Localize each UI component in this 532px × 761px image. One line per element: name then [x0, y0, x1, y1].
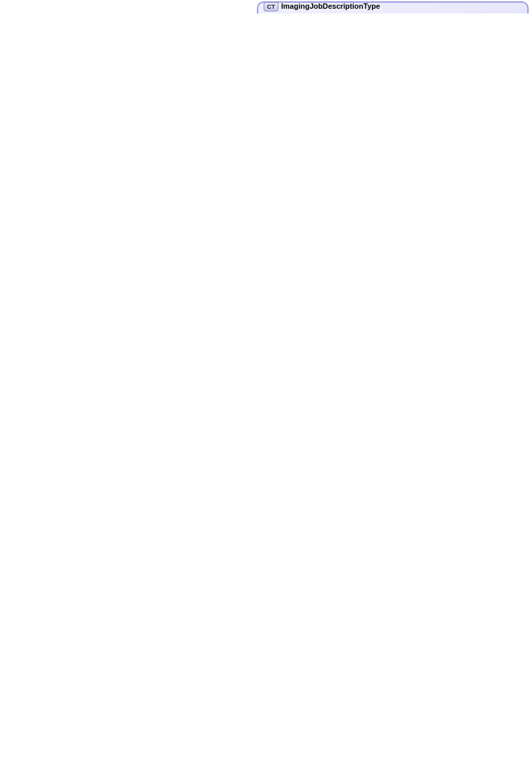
panel-title: ImagingJobDescriptionType — [281, 2, 380, 10]
ct-badge: CT — [264, 2, 278, 11]
base-type-panel: CTImagingJobDescriptionType — [257, 1, 529, 13]
